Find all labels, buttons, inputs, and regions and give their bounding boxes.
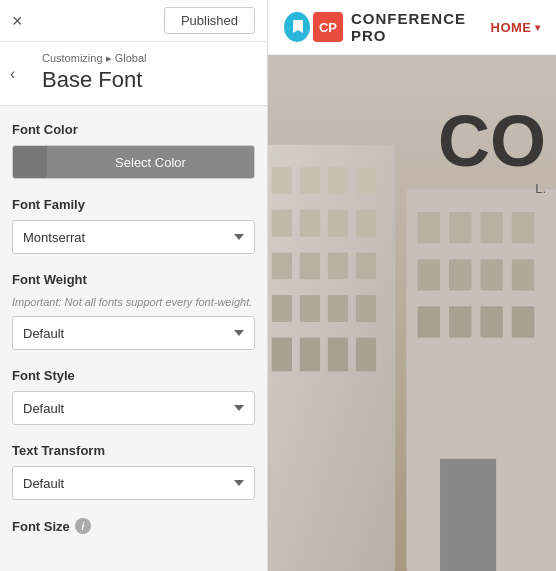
font-color-label: Font Color [12, 122, 255, 137]
svg-rect-5 [356, 167, 376, 194]
svg-rect-21 [356, 338, 376, 372]
svg-rect-14 [272, 295, 292, 322]
svg-rect-17 [356, 295, 376, 322]
info-icon[interactable]: i [75, 518, 91, 534]
breadcrumb: Customizing ▸ Global [42, 52, 255, 65]
site-header: CP CONFERENCE PRO HOME ▾ [268, 0, 556, 55]
font-size-label: Font Size i [12, 518, 255, 534]
nav-home-link[interactable]: HOME ▾ [491, 20, 541, 35]
svg-rect-31 [418, 306, 440, 337]
logo-area: CP CONFERENCE PRO [284, 10, 491, 44]
select-color-button[interactable]: Select Color [12, 145, 255, 179]
font-style-group: Font Style Default Normal Italic [12, 368, 255, 425]
font-color-group: Font Color Select Color [12, 122, 255, 179]
page-title: Base Font [42, 67, 255, 93]
svg-rect-8 [328, 210, 348, 237]
font-style-label: Font Style [12, 368, 255, 383]
svg-rect-12 [328, 252, 348, 279]
svg-rect-32 [449, 306, 471, 337]
svg-rect-20 [328, 338, 348, 372]
svg-rect-29 [480, 259, 502, 290]
svg-rect-4 [328, 167, 348, 194]
svg-rect-27 [418, 259, 440, 290]
text-transform-label: Text Transform [12, 443, 255, 458]
svg-rect-33 [480, 306, 502, 337]
font-weight-select[interactable]: Default 100 300 400 700 900 [12, 316, 255, 350]
svg-rect-23 [418, 212, 440, 243]
form-area: Font Color Select Color Font Family Mont… [0, 106, 267, 571]
svg-rect-13 [356, 252, 376, 279]
font-size-group: Font Size i [12, 518, 255, 534]
svg-rect-25 [480, 212, 502, 243]
hero-big-letter: CO [438, 105, 546, 177]
font-weight-group: Font Weight Important: Not all fonts sup… [12, 272, 255, 350]
customizer-panel: × Published ‹ Customizing ▸ Global Base … [0, 0, 268, 571]
hero-text-overlay: CO L. [428, 105, 556, 196]
back-button[interactable]: ‹ [10, 65, 15, 83]
svg-rect-26 [512, 212, 534, 243]
close-button[interactable]: × [12, 12, 23, 30]
svg-rect-3 [300, 167, 320, 194]
svg-rect-11 [300, 252, 320, 279]
nav-home-label: HOME [491, 20, 532, 35]
svg-rect-9 [356, 210, 376, 237]
color-swatch [13, 145, 47, 179]
svg-rect-30 [512, 259, 534, 290]
svg-rect-15 [300, 295, 320, 322]
nav-chevron-icon: ▾ [535, 22, 541, 33]
svg-rect-35 [440, 459, 496, 571]
preview-panel: CP CONFERENCE PRO HOME ▾ [268, 0, 556, 571]
breadcrumb-global: Global [115, 52, 147, 64]
font-style-select[interactable]: Default Normal Italic [12, 391, 255, 425]
svg-rect-28 [449, 259, 471, 290]
select-color-label: Select Color [47, 146, 254, 178]
svg-rect-2 [272, 167, 292, 194]
font-family-select[interactable]: Montserrat Arial Georgia Open Sans Robot… [12, 220, 255, 254]
svg-rect-24 [449, 212, 471, 243]
hero-area: CO L. [268, 55, 556, 571]
svg-rect-16 [328, 295, 348, 322]
breadcrumb-customizing: Customizing [42, 52, 103, 64]
logo-bookmark-icon [284, 12, 310, 42]
svg-rect-34 [512, 306, 534, 337]
text-transform-group: Text Transform Default None Uppercase Lo… [12, 443, 255, 500]
font-family-group: Font Family Montserrat Arial Georgia Ope… [12, 197, 255, 254]
top-bar: × Published [0, 0, 267, 42]
logo-cp-badge: CP [313, 12, 343, 42]
svg-rect-18 [272, 338, 292, 372]
logo-title: CONFERENCE PRO [351, 10, 491, 44]
logo-icons: CP [284, 12, 343, 42]
font-family-label: Font Family [12, 197, 255, 212]
svg-rect-6 [272, 210, 292, 237]
svg-rect-19 [300, 338, 320, 372]
font-weight-note: Important: Not all fonts support every f… [12, 295, 255, 310]
text-transform-select[interactable]: Default None Uppercase Lowercase Capital… [12, 466, 255, 500]
published-button[interactable]: Published [164, 7, 255, 34]
hero-subtext: L. [438, 181, 546, 196]
font-weight-label: Font Weight [12, 272, 255, 287]
svg-rect-7 [300, 210, 320, 237]
breadcrumb-separator: ▸ [106, 52, 115, 64]
title-area: ‹ Customizing ▸ Global Base Font [0, 42, 267, 106]
font-size-text: Font Size [12, 519, 70, 534]
svg-rect-10 [272, 252, 292, 279]
